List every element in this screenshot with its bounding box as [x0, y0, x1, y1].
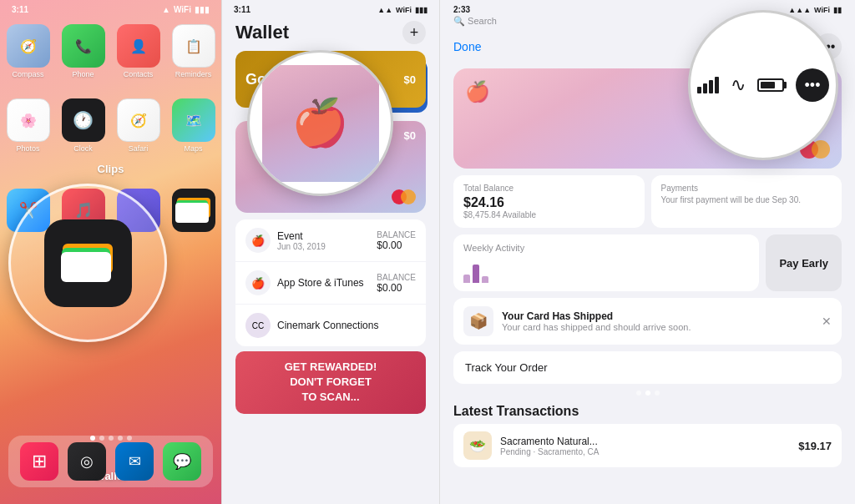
panel-card-detail: 2:33 ▲▲▲ WiFi ▮▮ 🔍 Search Done ••• 🍎 Tot… [440, 0, 855, 504]
notif-title: Your Card Has Shipped [502, 310, 813, 322]
app-photos[interactable]: 🌸 Photos [7, 98, 50, 153]
wallet-header: Wallet + [222, 16, 439, 51]
add-card-button[interactable]: + [402, 21, 426, 44]
dock: ⊞ ◎ ✉ 💬 [8, 436, 213, 487]
app-compass[interactable]: 🧭 Compass [7, 24, 50, 78]
app-grid-row2: 🌸 Photos 🕐 Clock 🧭 Safari 🗺️ Maps [0, 90, 221, 161]
contacts-icon[interactable]: 👤 [117, 24, 160, 68]
sig-bar-4 [715, 77, 719, 93]
contacts-label: Contacts [117, 70, 160, 78]
magnify-circle-wallet [8, 184, 167, 342]
event-icon: 🍎 [245, 228, 271, 253]
app-contacts[interactable]: 👤 Contacts [117, 24, 160, 78]
track-order-button[interactable]: Track Your Order [453, 351, 842, 384]
dock-ring-app[interactable]: ◎ [68, 442, 106, 481]
maps-label: Maps [172, 144, 215, 153]
notif-close-button[interactable]: ✕ [822, 315, 832, 328]
mc-circle-right [812, 140, 830, 159]
clock-icon[interactable]: 🕐 [62, 98, 105, 142]
app-maps[interactable]: 🗺️ Maps [172, 98, 215, 153]
chart-bar [482, 276, 488, 283]
wcard-white [61, 252, 111, 282]
safari-label: Safari [117, 144, 160, 153]
latest-tx-icon: 🥗 [463, 431, 492, 460]
gold-card-balance: $0 [404, 73, 416, 86]
weekly-activity-card: Weekly Activity [453, 234, 759, 291]
wallet-large-cards [61, 244, 115, 282]
battery-icon-large [757, 78, 784, 92]
app-reminders[interactable]: 📋 Reminders [172, 24, 215, 78]
track-label: Track Your Order [465, 361, 548, 374]
appstore-name: App Store & iTunes [277, 277, 377, 289]
notif-sub: Your card has shipped and should arrive … [502, 322, 813, 332]
apple-card-magnified: 🍎 [262, 65, 379, 182]
panel-home-screen: 3:11 ▲ WiFi ▮▮▮ 🧭 Compass 📞 Phone 👤 Cont… [0, 0, 221, 504]
signal-icon: ▲ [162, 5, 170, 14]
wifi-icon-2: WiFi [396, 6, 412, 14]
compass-label: Compass [7, 70, 50, 78]
cinemark-name: Cinemark Connections [277, 320, 416, 331]
appstore-info: App Store & iTunes [277, 277, 377, 289]
payments-card: Payments Your first payment will be due … [651, 175, 842, 228]
dot-p3-3 [655, 391, 660, 396]
battery-icon-2: ▮▮▮ [415, 6, 428, 14]
cinemark-info: Cinemark Connections [277, 320, 416, 331]
dock-messages-app[interactable]: 💬 [163, 442, 201, 481]
app-clock[interactable]: 🕐 Clock [62, 98, 105, 153]
battery-icon-3: ▮▮ [833, 6, 842, 14]
magnify-circle-apple-card: 🍎 [247, 50, 393, 196]
photos-label: Photos [7, 144, 50, 153]
clips-row: Clips [0, 163, 221, 175]
phone-label: Phone [62, 70, 105, 78]
app-safari[interactable]: 🧭 Safari [117, 98, 160, 153]
appstore-icon: 🍎 [245, 270, 271, 295]
balance-info-row: Total Balance $24.16 $8,475.84 Available… [453, 175, 842, 228]
latest-tx-amount: $19.17 [798, 440, 832, 452]
apple-card-balance: $0 [404, 129, 416, 142]
maps-icon[interactable]: 🗺️ [172, 98, 215, 142]
app-phone[interactable]: 📞 Phone [62, 24, 105, 78]
appstore-amount: $0.00 [377, 282, 416, 294]
activity-row: Weekly Activity Pay Early [453, 234, 842, 291]
shipped-icon: 📦 [463, 306, 493, 336]
more-dots-button-large[interactable]: ••• [796, 68, 829, 102]
transactions-list: 🍎 Event Jun 03, 2019 BALANCE $0.00 🍎 App… [235, 219, 426, 346]
dock-grid-app[interactable]: ⊞ [20, 442, 58, 481]
weekly-activity-label: Weekly Activity [463, 243, 749, 253]
wifi-icon-large: ∿ [731, 74, 746, 96]
available-label: $8,475.84 Available [463, 210, 635, 219]
search-label: 🔍 Search [453, 16, 497, 26]
status-icons-1: ▲ WiFi ▮▮▮ [162, 5, 210, 14]
pay-early-button[interactable]: Pay Early [766, 234, 842, 291]
card-white [175, 203, 209, 223]
phone-icon[interactable]: 📞 [62, 24, 105, 68]
payments-label: Payments [661, 184, 832, 193]
clock-label: Clock [62, 144, 105, 153]
bar-chart [463, 258, 749, 283]
event-amount: $0.00 [377, 239, 416, 251]
dock-outlook-app[interactable]: ✉ [115, 442, 154, 481]
notification-text: Your Card Has Shipped Your card has ship… [502, 310, 813, 332]
shipped-notification: 📦 Your Card Has Shipped Your card has sh… [453, 298, 842, 345]
transaction-event[interactable]: 🍎 Event Jun 03, 2019 BALANCE $0.00 [235, 219, 426, 262]
app-wallet-small[interactable] [172, 189, 215, 232]
page-dots-3 [440, 391, 855, 396]
signal-icon-2: ▲▲ [377, 6, 392, 14]
battery-fill [761, 82, 775, 88]
time-1: 3:11 [12, 5, 28, 14]
transaction-appstore[interactable]: 🍎 App Store & iTunes BALANCE $0.00 [235, 262, 426, 305]
transaction-cinemark[interactable]: CC Cinemark Connections [235, 305, 426, 346]
safari-icon[interactable]: 🧭 [117, 98, 160, 142]
total-balance-label: Total Balance [463, 184, 635, 193]
status-bar-2: 3:11 ▲▲ WiFi ▮▮▮ [222, 0, 439, 16]
three-dots-icon: ••• [805, 77, 821, 94]
latest-transaction-item[interactable]: 🥗 Sacramento Natural... Pending · Sacram… [453, 424, 842, 467]
battery-icon-p1: ▮▮▮ [195, 5, 210, 14]
chart-bar [473, 265, 479, 283]
reminders-icon[interactable]: 📋 [172, 24, 215, 68]
event-info: Event Jun 03, 2019 [277, 230, 377, 251]
wallet-small-icon[interactable] [172, 189, 215, 232]
compass-icon[interactable]: 🧭 [7, 24, 50, 68]
photos-icon[interactable]: 🌸 [7, 98, 50, 142]
done-button[interactable]: Done [453, 40, 481, 53]
